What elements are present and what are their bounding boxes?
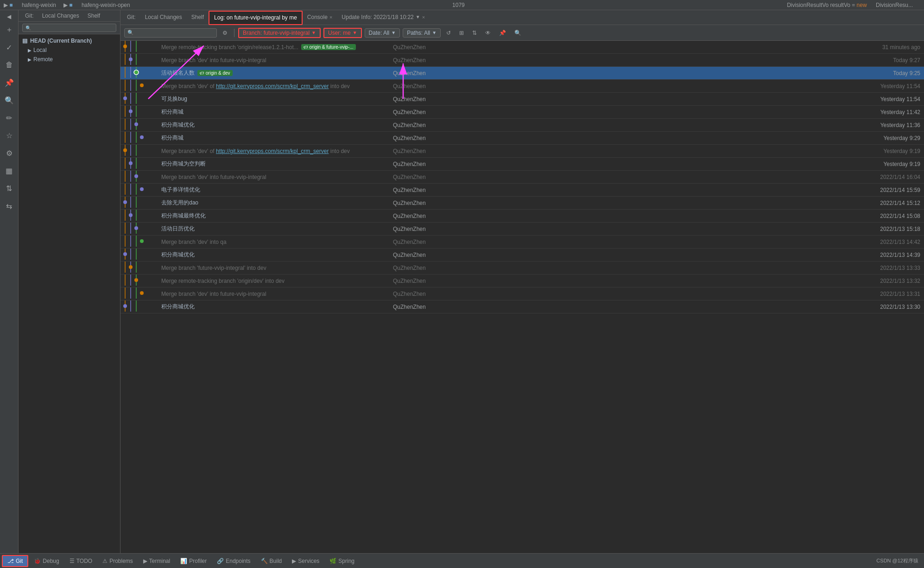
table-row[interactable]: Merge remote-tracking branch 'origin/rel… bbox=[120, 41, 924, 54]
commit-author-cell: QuZhenZhen bbox=[389, 249, 634, 262]
tab-shelf[interactable]: Shelf bbox=[187, 10, 209, 25]
date-filter-btn[interactable]: Date: All ▼ bbox=[365, 28, 400, 38]
log-toolbar: 🔍 ⚙ Branch: future-vvip-integral ▼ User:… bbox=[120, 25, 924, 41]
table-row[interactable]: 活动日历优化QuZhenZhen2022/1/13 15:18 bbox=[120, 223, 924, 236]
paths-filter-btn[interactable]: Paths: All ▼ bbox=[403, 28, 441, 38]
services-icon: ▶ bbox=[292, 558, 296, 564]
log-settings-btn[interactable]: ⚙ bbox=[220, 29, 230, 37]
branch-remote[interactable]: ▶ Remote bbox=[19, 55, 120, 64]
tab-update-close[interactable]: × bbox=[422, 14, 425, 20]
table-row[interactable]: Merge branch 'dev' of http://git.kerrypr… bbox=[120, 80, 924, 93]
table-row[interactable]: Merge branch 'dev' into future-vvip-inte… bbox=[120, 54, 924, 67]
sidebar-layers-icon[interactable]: ▦ bbox=[1, 162, 18, 179]
sidebar-pin-icon[interactable]: 📌 bbox=[1, 74, 18, 91]
table-row[interactable]: Merge branch 'future-vvip-integral' into… bbox=[120, 262, 924, 274]
tab-log[interactable]: Log: on future-vvip-integral by me bbox=[209, 11, 303, 25]
sidebar-search-icon[interactable]: 🔍 bbox=[1, 92, 18, 108]
table-row[interactable]: 积分商城优化QuZhenZhenYesterday 11:36 bbox=[120, 119, 924, 132]
branch-local[interactable]: ▶ Local bbox=[19, 45, 120, 55]
commit-link[interactable]: http://git.kerryprops.com/scrm/kpl_crm_s… bbox=[216, 83, 329, 89]
branch-head[interactable]: ▤ HEAD (Current Branch) bbox=[19, 36, 120, 45]
date-filter-label: Date: All bbox=[369, 30, 390, 36]
endpoints-icon: 🔗 bbox=[217, 558, 224, 564]
bottom-btn-problems[interactable]: ⚠ Problems bbox=[98, 555, 138, 567]
commit-message-cell: Merge branch 'dev' of http://git.kerrypr… bbox=[158, 80, 389, 93]
bottom-btn-terminal[interactable]: ▶ Terminal bbox=[139, 555, 175, 567]
bottom-btn-debug[interactable]: 🐞 Debug bbox=[29, 555, 63, 567]
sidebar-check-icon[interactable]: ✓ bbox=[1, 39, 18, 56]
refresh-btn[interactable]: ↺ bbox=[443, 29, 454, 37]
table-row[interactable]: 可兑换bugQuZhenZhenYesterday 11:54 bbox=[120, 93, 924, 106]
branch-search-input[interactable] bbox=[33, 25, 113, 31]
sidebar-collapse-btn[interactable]: ◀ bbox=[1, 12, 18, 21]
table-row[interactable]: 活动报名人数🏷 origin & devQuZhenZhenToday 9:25 bbox=[120, 67, 924, 80]
bottom-btn-services[interactable]: ▶ Services bbox=[287, 555, 324, 567]
sidebar-settings-icon[interactable]: ⚙ bbox=[1, 145, 18, 161]
profiler-label: Profiler bbox=[189, 558, 207, 564]
commit-date-cell: 2022/1/13 15:18 bbox=[634, 223, 924, 236]
table-row[interactable]: Merge remote-tracking branch 'origin/dev… bbox=[120, 274, 924, 287]
more-search-btn[interactable]: 🔍 bbox=[512, 29, 524, 37]
commit-message: Merge branch 'dev' into qa bbox=[161, 239, 227, 245]
log-table-container[interactable]: Merge remote-tracking branch 'origin/rel… bbox=[120, 41, 924, 553]
commit-tag-badge: 🏷 origin & future-vvip-... bbox=[301, 44, 356, 50]
services-label: Services bbox=[298, 558, 319, 564]
table-row[interactable]: 积分商城优化QuZhenZhen2022/1/13 14:39 bbox=[120, 249, 924, 262]
bottom-btn-git[interactable]: ⎇ Git bbox=[2, 555, 28, 567]
pin-btn[interactable]: 📌 bbox=[496, 29, 509, 37]
sidebar-edit-icon[interactable]: ✏ bbox=[1, 109, 18, 126]
table-row[interactable]: 积分商城优化QuZhenZhen2022/1/13 13:30 bbox=[120, 300, 924, 313]
table-row[interactable]: Merge branch 'dev' into qaQuZhenZhen2022… bbox=[120, 236, 924, 249]
tab-console[interactable]: Console × bbox=[303, 10, 337, 25]
commit-message-cell: 积分商城优化 bbox=[158, 300, 389, 313]
sidebar-plus-icon[interactable]: ＋ bbox=[1, 21, 18, 38]
commit-link[interactable]: http://git.kerryprops.com/scrm/kpl_crm_s… bbox=[216, 148, 329, 154]
eye-btn[interactable]: 👁 bbox=[482, 29, 494, 37]
sidebar-split-icon[interactable]: ⇅ bbox=[1, 180, 18, 197]
commit-message: Merge branch 'dev' into future-vvip-inte… bbox=[161, 291, 266, 297]
sidebar-star-icon[interactable]: ☆ bbox=[1, 127, 18, 144]
bottom-btn-build[interactable]: 🔨 Build bbox=[256, 555, 287, 567]
git-tab-shelf[interactable]: Shelf bbox=[85, 12, 103, 20]
table-row[interactable]: 积分商城最终优化QuZhenZhen2022/1/14 15:08 bbox=[120, 210, 924, 223]
table-row[interactable]: Merge branch 'dev' into future-vvip-inte… bbox=[120, 171, 924, 184]
bottom-btn-todo[interactable]: ☰ TODO bbox=[65, 555, 97, 567]
top-bar-line: 1079 bbox=[138, 2, 780, 8]
sidebar-merge-icon[interactable]: ⇆ bbox=[1, 198, 18, 214]
bottom-btn-spring[interactable]: 🌿 Spring bbox=[325, 555, 359, 567]
git-tab-local-changes[interactable]: Local Changes bbox=[39, 12, 82, 20]
bottom-btn-endpoints[interactable]: 🔗 Endpoints bbox=[212, 555, 255, 567]
terminal-label: Terminal bbox=[149, 558, 170, 564]
tab-update-info[interactable]: Update Info: 2022/1/18 10:22 ▼ × bbox=[337, 10, 430, 25]
table-row[interactable]: Merge branch 'dev' into future-vvip-inte… bbox=[120, 287, 924, 300]
collapse-btn[interactable]: ⊞ bbox=[456, 29, 467, 37]
git-branch-search-box[interactable]: 🔍 bbox=[22, 24, 116, 32]
table-row[interactable]: 积分商城QuZhenZhenYesterday 11:42 bbox=[120, 106, 924, 119]
bottom-btn-profiler[interactable]: 📊 Profiler bbox=[176, 555, 211, 567]
user-filter-btn[interactable]: User: me ▼ bbox=[323, 28, 362, 38]
endpoints-label: Endpoints bbox=[226, 558, 250, 564]
log-search-box[interactable]: 🔍 bbox=[124, 28, 217, 38]
commit-author-cell: QuZhenZhen bbox=[389, 223, 634, 236]
commit-graph-cell bbox=[120, 184, 158, 197]
commit-date-cell: 31 minutes ago bbox=[634, 41, 924, 54]
sort-btn[interactable]: ⇅ bbox=[469, 29, 480, 37]
svg-point-47 bbox=[140, 187, 144, 191]
sidebar-trash-icon[interactable]: 🗑 bbox=[1, 57, 18, 73]
table-row[interactable]: 去除无用的daoQuZhenZhen2022/1/14 15:12 bbox=[120, 197, 924, 210]
table-row[interactable]: 积分商城QuZhenZhenYesterday 9:29 bbox=[120, 132, 924, 145]
profiler-icon: 📊 bbox=[180, 558, 187, 564]
tab-console-close[interactable]: × bbox=[329, 14, 332, 20]
build-icon: 🔨 bbox=[261, 558, 268, 564]
svg-point-75 bbox=[134, 278, 138, 282]
tab-update-dropdown-icon[interactable]: ▼ bbox=[416, 14, 420, 19]
commit-message: 积分商城优化 bbox=[161, 303, 195, 311]
commit-message: 积分商城 bbox=[161, 108, 184, 116]
branch-filter-btn[interactable]: Branch: future-vvip-integral ▼ bbox=[238, 28, 321, 38]
table-row[interactable]: 积分商城为空判断QuZhenZhenYesterday 9:19 bbox=[120, 158, 924, 171]
table-row[interactable]: 电子券详情优化QuZhenZhen2022/1/14 15:59 bbox=[120, 184, 924, 197]
table-row[interactable]: Merge branch 'dev' of http://git.kerrypr… bbox=[120, 145, 924, 158]
debug-label: Debug bbox=[43, 558, 59, 564]
log-search-input[interactable] bbox=[136, 30, 214, 36]
tab-local-changes[interactable]: Local Changes bbox=[140, 10, 187, 25]
